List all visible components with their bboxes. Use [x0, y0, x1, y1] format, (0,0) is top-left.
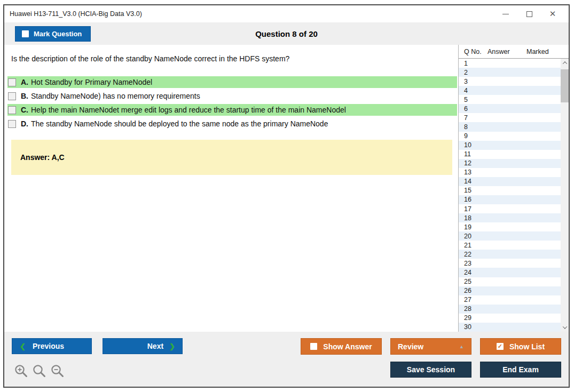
end-exam-button[interactable]: End Exam — [480, 362, 561, 378]
option-letter: C. — [21, 106, 28, 114]
row-qno: 4 — [459, 87, 487, 94]
row-qno: 14 — [459, 178, 487, 185]
question-list-row[interactable]: 30 — [459, 323, 561, 332]
question-counter: Question 8 of 20 — [4, 29, 569, 38]
column-marked: Marked — [526, 48, 569, 55]
option-c[interactable]: C. Help the main NameNodet merge edit lo… — [7, 104, 457, 116]
question-list-row[interactable]: 20 — [459, 231, 561, 241]
option-a-checkbox[interactable] — [8, 78, 16, 86]
row-qno: 10 — [459, 141, 487, 149]
row-qno: 15 — [459, 187, 487, 194]
option-b-checkbox[interactable] — [8, 92, 16, 100]
question-list-row[interactable]: 29 — [459, 314, 561, 323]
question-list-row[interactable]: 14 — [459, 177, 561, 186]
option-text: Help the main NameNodet merge edit logs … — [31, 106, 346, 114]
answer-box: Answer: A,C — [11, 140, 452, 175]
app-window: Huawei H13-711_V3.0 (HCIA-Big Data V3.0)… — [3, 4, 570, 388]
row-qno: 6 — [459, 105, 487, 113]
question-list-row[interactable]: 26 — [459, 286, 561, 295]
check-icon: ✓ — [498, 343, 502, 349]
question-list-row[interactable]: 1 — [459, 59, 561, 68]
question-list-row[interactable]: 15 — [459, 186, 561, 195]
previous-button[interactable]: ❮ Previous — [12, 338, 92, 354]
next-label: Next — [147, 342, 163, 350]
row-qno: 17 — [459, 205, 487, 213]
window-controls: ✕ — [494, 5, 564, 22]
minimize-button[interactable] — [494, 5, 517, 22]
question-list-header: Q No. Answer Marked — [459, 45, 569, 59]
review-label: Review — [398, 342, 423, 351]
question-list-row[interactable]: 8 — [459, 122, 561, 131]
option-d-checkbox[interactable] — [8, 120, 16, 128]
scroll-up-button[interactable] — [561, 59, 569, 67]
row-qno: 23 — [459, 260, 487, 267]
question-text: Is the description of the role of the st… — [11, 54, 458, 63]
options-list: A. Hot Standby for Primary NameNodel B. … — [4, 76, 458, 130]
question-list-row[interactable]: 24 — [459, 268, 561, 277]
zoom-out-icon[interactable] — [50, 364, 65, 378]
question-list-row[interactable]: 13 — [459, 168, 561, 177]
chevron-down-icon — [562, 324, 567, 329]
show-list-button[interactable]: ✓ Show List — [480, 338, 561, 355]
row-qno: 2 — [459, 69, 487, 76]
question-list-row[interactable]: 22 — [459, 250, 561, 259]
zoom-in-icon[interactable] — [14, 364, 28, 378]
save-session-button[interactable]: Save Session — [390, 362, 471, 378]
question-list-row[interactable]: 6 — [459, 104, 561, 113]
question-list-row[interactable]: 23 — [459, 259, 561, 268]
chevron-right-icon: ❯ — [169, 342, 175, 350]
close-button[interactable]: ✕ — [541, 5, 564, 22]
question-list-row[interactable]: 28 — [459, 305, 561, 314]
option-b[interactable]: B. Standby NameNode) has no memory requi… — [7, 90, 457, 102]
question-list-body: 1234567891011121314151617181920212223242… — [459, 59, 561, 332]
row-qno: 1 — [459, 60, 487, 67]
question-list-row[interactable]: 3 — [459, 77, 561, 86]
row-qno: 9 — [459, 132, 487, 140]
next-button[interactable]: Next ❯ — [103, 338, 183, 354]
question-list-row[interactable]: 7 — [459, 113, 561, 122]
question-list-row[interactable]: 5 — [459, 95, 561, 104]
minimize-icon — [502, 14, 509, 14]
row-qno: 13 — [459, 169, 487, 176]
column-qno: Q No. — [459, 48, 487, 55]
row-qno: 25 — [459, 278, 487, 285]
row-qno: 5 — [459, 96, 487, 103]
row-qno: 12 — [459, 159, 487, 167]
show-list-checkbox-icon: ✓ — [497, 343, 504, 350]
show-answer-label: Show Answer — [323, 342, 372, 351]
show-answer-button[interactable]: Show Answer — [301, 338, 382, 355]
option-d[interactable]: D. The standby NameNode should be deploy… — [7, 118, 457, 130]
content-area: Is the description of the role of the st… — [4, 45, 569, 332]
question-list-row[interactable]: 10 — [459, 141, 561, 150]
row-qno: 18 — [459, 214, 487, 222]
question-list-row[interactable]: 27 — [459, 295, 561, 305]
option-c-checkbox[interactable] — [8, 106, 16, 114]
review-button[interactable]: Review ▲ — [390, 338, 471, 355]
row-qno: 22 — [459, 251, 487, 258]
question-list-row[interactable]: 11 — [459, 150, 561, 159]
question-list-row[interactable]: 21 — [459, 241, 561, 250]
close-icon: ✕ — [549, 9, 556, 19]
row-qno: 7 — [459, 114, 487, 122]
answer-text: Answer: A,C — [20, 153, 65, 162]
scroll-down-button[interactable] — [561, 323, 569, 332]
question-list-row[interactable]: 25 — [459, 277, 561, 286]
question-list-row[interactable]: 16 — [459, 195, 561, 204]
scrollbar-thumb[interactable] — [561, 69, 569, 102]
question-list-row[interactable]: 18 — [459, 213, 561, 222]
question-list-row[interactable]: 2 — [459, 68, 561, 77]
question-list-row[interactable]: 17 — [459, 204, 561, 213]
list-scrollbar[interactable] — [561, 59, 569, 332]
option-a[interactable]: A. Hot Standby for Primary NameNodel — [7, 76, 457, 88]
show-answer-checkbox-icon — [310, 343, 317, 350]
maximize-button[interactable] — [517, 5, 541, 22]
row-qno: 8 — [459, 123, 487, 131]
question-list-row[interactable]: 19 — [459, 222, 561, 231]
question-list-row[interactable]: 9 — [459, 132, 561, 141]
question-list-panel: Q No. Answer Marked 12345678910111213141… — [458, 45, 569, 332]
question-list-row[interactable]: 12 — [459, 159, 561, 168]
option-letter: A. — [21, 78, 28, 86]
question-list-row[interactable]: 4 — [459, 86, 561, 95]
zoom-reset-icon[interactable] — [32, 364, 46, 378]
row-qno: 20 — [459, 233, 487, 240]
